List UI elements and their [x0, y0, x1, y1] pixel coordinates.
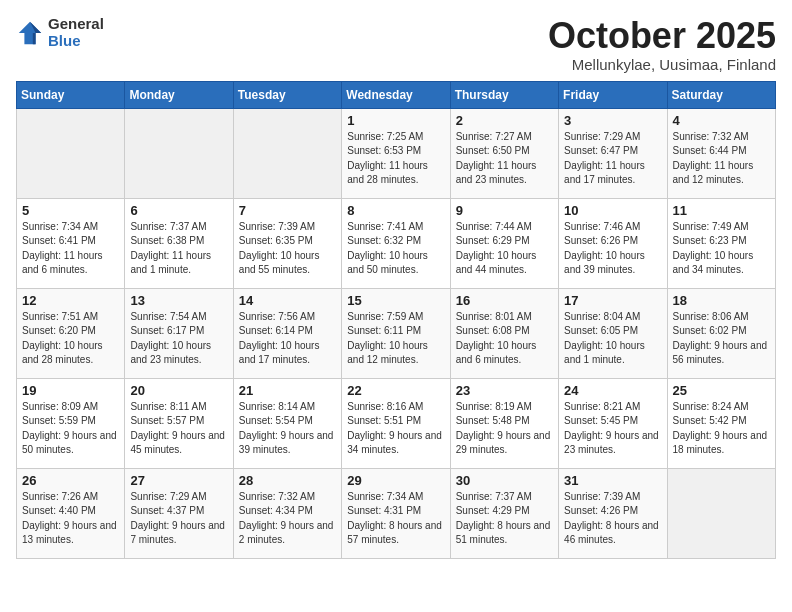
day-number: 24 — [564, 383, 661, 398]
calendar-cell: 9Sunrise: 7:44 AMSunset: 6:29 PMDaylight… — [450, 198, 558, 288]
calendar-cell: 21Sunrise: 8:14 AMSunset: 5:54 PMDayligh… — [233, 378, 341, 468]
day-info: Sunrise: 7:26 AMSunset: 4:40 PMDaylight:… — [22, 490, 119, 548]
day-info: Sunrise: 8:21 AMSunset: 5:45 PMDaylight:… — [564, 400, 661, 458]
calendar-cell: 6Sunrise: 7:37 AMSunset: 6:38 PMDaylight… — [125, 198, 233, 288]
day-number: 2 — [456, 113, 553, 128]
calendar-cell: 3Sunrise: 7:29 AMSunset: 6:47 PMDaylight… — [559, 108, 667, 198]
calendar-week-row: 5Sunrise: 7:34 AMSunset: 6:41 PMDaylight… — [17, 198, 776, 288]
day-number: 13 — [130, 293, 227, 308]
day-info: Sunrise: 7:32 AMSunset: 4:34 PMDaylight:… — [239, 490, 336, 548]
day-info: Sunrise: 7:27 AMSunset: 6:50 PMDaylight:… — [456, 130, 553, 188]
day-info: Sunrise: 8:01 AMSunset: 6:08 PMDaylight:… — [456, 310, 553, 368]
calendar-cell: 8Sunrise: 7:41 AMSunset: 6:32 PMDaylight… — [342, 198, 450, 288]
header-tuesday: Tuesday — [233, 81, 341, 108]
calendar-cell: 1Sunrise: 7:25 AMSunset: 6:53 PMDaylight… — [342, 108, 450, 198]
day-info: Sunrise: 8:09 AMSunset: 5:59 PMDaylight:… — [22, 400, 119, 458]
day-number: 26 — [22, 473, 119, 488]
day-number: 3 — [564, 113, 661, 128]
calendar-cell: 11Sunrise: 7:49 AMSunset: 6:23 PMDayligh… — [667, 198, 775, 288]
day-info: Sunrise: 7:29 AMSunset: 4:37 PMDaylight:… — [130, 490, 227, 548]
day-info: Sunrise: 8:19 AMSunset: 5:48 PMDaylight:… — [456, 400, 553, 458]
calendar-cell: 19Sunrise: 8:09 AMSunset: 5:59 PMDayligh… — [17, 378, 125, 468]
day-number: 17 — [564, 293, 661, 308]
logo-blue-text: Blue — [48, 33, 104, 50]
calendar-cell: 18Sunrise: 8:06 AMSunset: 6:02 PMDayligh… — [667, 288, 775, 378]
header-friday: Friday — [559, 81, 667, 108]
day-info: Sunrise: 7:41 AMSunset: 6:32 PMDaylight:… — [347, 220, 444, 278]
calendar-cell: 31Sunrise: 7:39 AMSunset: 4:26 PMDayligh… — [559, 468, 667, 558]
day-number: 16 — [456, 293, 553, 308]
day-info: Sunrise: 7:59 AMSunset: 6:11 PMDaylight:… — [347, 310, 444, 368]
calendar-cell: 23Sunrise: 8:19 AMSunset: 5:48 PMDayligh… — [450, 378, 558, 468]
day-number: 5 — [22, 203, 119, 218]
day-info: Sunrise: 8:16 AMSunset: 5:51 PMDaylight:… — [347, 400, 444, 458]
calendar-cell: 20Sunrise: 8:11 AMSunset: 5:57 PMDayligh… — [125, 378, 233, 468]
calendar-cell: 25Sunrise: 8:24 AMSunset: 5:42 PMDayligh… — [667, 378, 775, 468]
calendar-cell — [667, 468, 775, 558]
day-info: Sunrise: 7:49 AMSunset: 6:23 PMDaylight:… — [673, 220, 770, 278]
day-info: Sunrise: 7:37 AMSunset: 4:29 PMDaylight:… — [456, 490, 553, 548]
day-number: 8 — [347, 203, 444, 218]
logo: General Blue — [16, 16, 104, 49]
calendar-cell — [17, 108, 125, 198]
day-number: 18 — [673, 293, 770, 308]
calendar-cell: 28Sunrise: 7:32 AMSunset: 4:34 PMDayligh… — [233, 468, 341, 558]
day-number: 19 — [22, 383, 119, 398]
day-number: 23 — [456, 383, 553, 398]
day-number: 15 — [347, 293, 444, 308]
day-number: 27 — [130, 473, 227, 488]
calendar-cell: 7Sunrise: 7:39 AMSunset: 6:35 PMDaylight… — [233, 198, 341, 288]
day-info: Sunrise: 8:11 AMSunset: 5:57 PMDaylight:… — [130, 400, 227, 458]
calendar-week-row: 26Sunrise: 7:26 AMSunset: 4:40 PMDayligh… — [17, 468, 776, 558]
day-info: Sunrise: 7:25 AMSunset: 6:53 PMDaylight:… — [347, 130, 444, 188]
day-info: Sunrise: 7:37 AMSunset: 6:38 PMDaylight:… — [130, 220, 227, 278]
day-number: 30 — [456, 473, 553, 488]
calendar-cell: 26Sunrise: 7:26 AMSunset: 4:40 PMDayligh… — [17, 468, 125, 558]
day-number: 21 — [239, 383, 336, 398]
header-saturday: Saturday — [667, 81, 775, 108]
day-info: Sunrise: 7:51 AMSunset: 6:20 PMDaylight:… — [22, 310, 119, 368]
day-number: 7 — [239, 203, 336, 218]
header-monday: Monday — [125, 81, 233, 108]
header-sunday: Sunday — [17, 81, 125, 108]
day-number: 14 — [239, 293, 336, 308]
calendar-cell: 17Sunrise: 8:04 AMSunset: 6:05 PMDayligh… — [559, 288, 667, 378]
calendar-cell: 5Sunrise: 7:34 AMSunset: 6:41 PMDaylight… — [17, 198, 125, 288]
day-number: 20 — [130, 383, 227, 398]
day-number: 22 — [347, 383, 444, 398]
day-info: Sunrise: 8:04 AMSunset: 6:05 PMDaylight:… — [564, 310, 661, 368]
day-info: Sunrise: 7:39 AMSunset: 4:26 PMDaylight:… — [564, 490, 661, 548]
day-info: Sunrise: 7:29 AMSunset: 6:47 PMDaylight:… — [564, 130, 661, 188]
day-info: Sunrise: 8:14 AMSunset: 5:54 PMDaylight:… — [239, 400, 336, 458]
calendar-cell: 30Sunrise: 7:37 AMSunset: 4:29 PMDayligh… — [450, 468, 558, 558]
day-info: Sunrise: 7:44 AMSunset: 6:29 PMDaylight:… — [456, 220, 553, 278]
location-subtitle: Mellunkylae, Uusimaa, Finland — [548, 56, 776, 73]
logo-icon — [16, 19, 44, 47]
calendar-cell: 4Sunrise: 7:32 AMSunset: 6:44 PMDaylight… — [667, 108, 775, 198]
calendar-week-row: 19Sunrise: 8:09 AMSunset: 5:59 PMDayligh… — [17, 378, 776, 468]
day-number: 9 — [456, 203, 553, 218]
day-number: 29 — [347, 473, 444, 488]
day-number: 28 — [239, 473, 336, 488]
calendar-cell: 13Sunrise: 7:54 AMSunset: 6:17 PMDayligh… — [125, 288, 233, 378]
logo-text: General Blue — [48, 16, 104, 49]
calendar-cell — [125, 108, 233, 198]
day-number: 1 — [347, 113, 444, 128]
month-title: October 2025 — [548, 16, 776, 56]
calendar-cell: 16Sunrise: 8:01 AMSunset: 6:08 PMDayligh… — [450, 288, 558, 378]
day-number: 4 — [673, 113, 770, 128]
day-number: 31 — [564, 473, 661, 488]
calendar-week-row: 12Sunrise: 7:51 AMSunset: 6:20 PMDayligh… — [17, 288, 776, 378]
calendar-cell: 2Sunrise: 7:27 AMSunset: 6:50 PMDaylight… — [450, 108, 558, 198]
calendar-cell: 10Sunrise: 7:46 AMSunset: 6:26 PMDayligh… — [559, 198, 667, 288]
calendar-week-row: 1Sunrise: 7:25 AMSunset: 6:53 PMDaylight… — [17, 108, 776, 198]
day-info: Sunrise: 7:39 AMSunset: 6:35 PMDaylight:… — [239, 220, 336, 278]
calendar-header-row: SundayMondayTuesdayWednesdayThursdayFrid… — [17, 81, 776, 108]
day-info: Sunrise: 7:54 AMSunset: 6:17 PMDaylight:… — [130, 310, 227, 368]
calendar-cell — [233, 108, 341, 198]
calendar-cell: 27Sunrise: 7:29 AMSunset: 4:37 PMDayligh… — [125, 468, 233, 558]
calendar-cell: 12Sunrise: 7:51 AMSunset: 6:20 PMDayligh… — [17, 288, 125, 378]
title-area: October 2025 Mellunkylae, Uusimaa, Finla… — [548, 16, 776, 73]
day-number: 12 — [22, 293, 119, 308]
day-info: Sunrise: 7:56 AMSunset: 6:14 PMDaylight:… — [239, 310, 336, 368]
